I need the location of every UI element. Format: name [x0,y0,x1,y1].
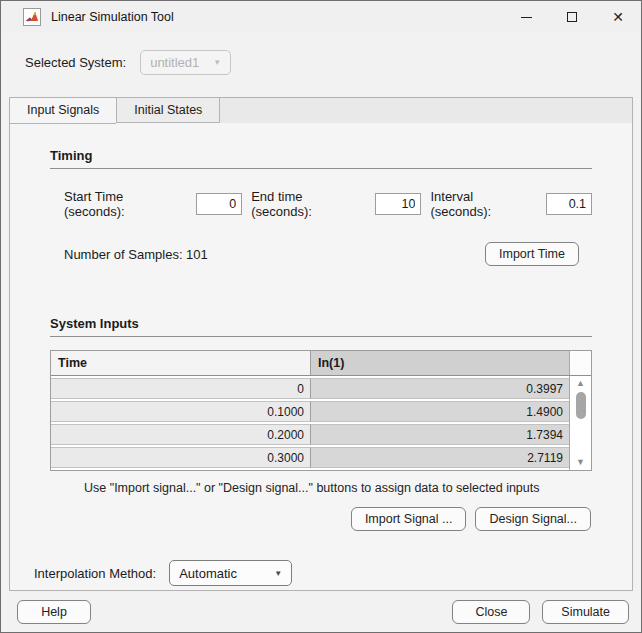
table-header-row: Time In(1) [51,351,591,376]
table-rows: 0 0.3997 0.1000 1.4900 0.2000 1.7394 0 [51,376,569,470]
tab-input-signals-label: Input Signals [27,103,99,117]
help-button[interactable]: Help [17,600,91,624]
assign-data-hint-text: Use "Import signal..." or "Design signal… [84,481,592,495]
tab-area: Input Signals Initial States Timing Star… [9,97,633,591]
tab-strip-filler [220,97,633,123]
system-inputs-section-rule [50,336,592,337]
tab-initial-states[interactable]: Initial States [116,97,220,123]
end-time-label: End time (seconds): [251,189,366,219]
scroll-down-icon[interactable]: ▼ [576,458,585,467]
import-time-button[interactable]: Import Time [485,242,579,266]
window-controls: ✕ [503,1,641,33]
table-cell-time[interactable]: 0 [51,378,311,399]
system-inputs-section-title: System Inputs [50,316,592,331]
start-time-field: Start Time (seconds): [64,189,242,219]
interval-input[interactable] [546,193,592,215]
signal-buttons-row: Import Signal ... Design Signal... [10,507,591,531]
chevron-down-icon: ▼ [213,58,221,67]
table-cell-time[interactable]: 0.3000 [51,447,311,468]
footer-right-buttons: Close Simulate [452,600,629,624]
minimize-icon [521,17,532,18]
start-time-input[interactable] [196,193,242,215]
selected-system-dropdown: untitled1 ▼ [140,50,231,75]
table-row: 0 0.3997 [51,378,569,399]
samples-row: Number of Samples: 101 Import Time [64,242,579,266]
table-row: 0.1000 1.4900 [51,401,569,422]
footer-bar: Help Close Simulate [1,591,641,632]
table-cell-in1[interactable]: 0.3997 [311,378,569,399]
end-time-input[interactable] [375,193,421,215]
simulate-button[interactable]: Simulate [542,600,629,624]
tab-initial-states-label: Initial States [134,103,202,117]
table-cell-in1[interactable]: 2.7119 [311,447,569,468]
table-cell-in1[interactable]: 1.7394 [311,424,569,445]
title-bar: Linear Simulation Tool ✕ [1,1,641,33]
table-cell-in1[interactable]: 1.4900 [311,401,569,422]
system-inputs-table: Time In(1) 0 0.3997 0.1000 1.4900 [50,350,592,471]
input-signals-panel: Timing Start Time (seconds): End time (s… [9,122,633,591]
selected-system-value: untitled1 [150,55,199,70]
number-of-samples-text: Number of Samples: 101 [64,247,208,262]
maximize-icon [567,12,577,22]
scrollbar-thumb[interactable] [576,392,586,419]
scroll-up-icon[interactable]: ▲ [576,379,585,388]
interpolation-method-label: Interpolation Method: [34,566,156,581]
close-button[interactable]: Close [452,600,530,624]
minimize-button[interactable] [503,1,549,33]
linear-simulation-tool-window: Linear Simulation Tool ✕ Selected System… [0,0,642,633]
selected-system-row: Selected System: untitled1 ▼ [25,49,641,75]
timing-fields-row: Start Time (seconds): End time (seconds)… [64,189,592,219]
start-time-label: Start Time (seconds): [64,189,187,219]
table-cell-time[interactable]: 0.2000 [51,424,311,445]
table-row: 0.2000 1.7394 [51,424,569,445]
tab-input-signals[interactable]: Input Signals [9,97,116,124]
timing-section-rule [50,168,592,169]
import-signal-button[interactable]: Import Signal ... [351,507,467,531]
window-title: Linear Simulation Tool [51,10,174,24]
chevron-down-icon: ▼ [274,569,282,578]
selected-system-label: Selected System: [25,55,126,70]
timing-section-title: Timing [50,148,592,163]
table-cell-time[interactable]: 0.1000 [51,401,311,422]
interpolation-method-dropdown[interactable]: Automatic ▼ [169,560,292,586]
tab-strip: Input Signals Initial States [9,97,633,123]
scrollbar-header-spacer [569,351,591,375]
table-row: 0.3000 2.7119 [51,447,569,468]
table-scrollbar[interactable]: ▲ ▼ [569,376,591,470]
interpolation-method-value: Automatic [179,566,237,581]
end-time-field: End time (seconds): [251,189,421,219]
close-window-button[interactable]: ✕ [595,1,641,33]
interval-field: Interval (seconds): [430,189,592,219]
maximize-button[interactable] [549,1,595,33]
interval-label: Interval (seconds): [430,189,537,219]
matlab-icon [23,8,41,26]
close-icon: ✕ [612,9,624,25]
column-header-in1[interactable]: In(1) [311,351,569,375]
table-body: 0 0.3997 0.1000 1.4900 0.2000 1.7394 0 [51,376,591,470]
interpolation-row: Interpolation Method: Automatic ▼ [34,560,632,586]
design-signal-button[interactable]: Design Signal... [475,507,591,531]
column-header-time[interactable]: Time [51,351,311,375]
